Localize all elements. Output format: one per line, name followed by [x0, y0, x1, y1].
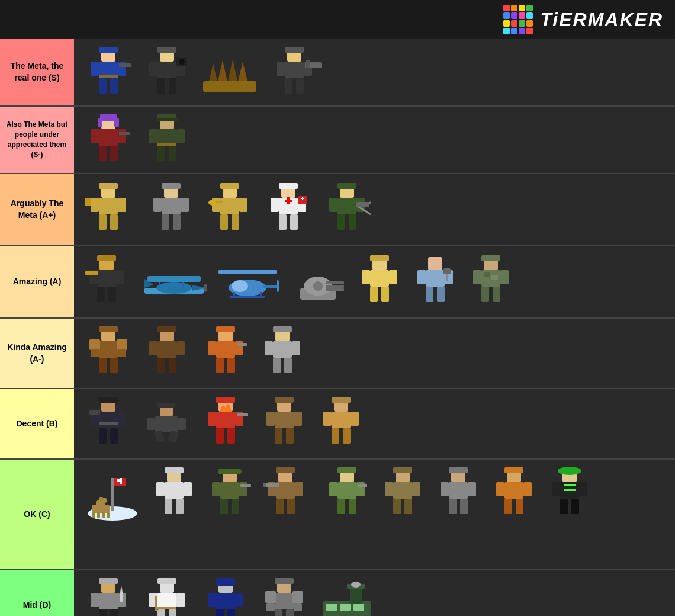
svg-rect-283 — [496, 482, 504, 496]
svg-rect-201 — [216, 412, 235, 428]
tier-label-aplus: Arguably The Meta (A+) — [0, 174, 74, 245]
list-item — [80, 110, 136, 169]
svg-rect-220 — [343, 428, 351, 444]
svg-rect-100 — [97, 270, 116, 287]
svg-rect-270 — [412, 482, 420, 496]
svg-rect-323 — [275, 593, 294, 609]
svg-rect-114 — [218, 270, 277, 274]
svg-rect-124 — [326, 281, 344, 284]
svg-rect-121 — [260, 292, 262, 298]
svg-rect-240 — [176, 499, 184, 514]
svg-rect-294 — [564, 484, 576, 486]
svg-rect-126 — [326, 288, 344, 291]
svg-rect-75 — [216, 201, 223, 203]
svg-rect-63 — [153, 198, 162, 212]
svg-rect-46 — [149, 129, 158, 143]
svg-rect-310 — [158, 609, 165, 616]
svg-rect-301 — [99, 609, 107, 616]
tier-row-c: OK (C) — [0, 460, 675, 570]
svg-rect-190 — [99, 422, 118, 425]
tier-items-a — [74, 246, 675, 317]
svg-rect-333 — [353, 604, 364, 611]
svg-rect-184 — [99, 397, 118, 403]
svg-rect-315 — [216, 578, 235, 586]
char-svg-a7 — [467, 254, 515, 310]
tier-items-b — [74, 389, 675, 458]
svg-rect-291 — [579, 482, 587, 496]
tier-label-s: The Meta, the real one (S) — [0, 39, 74, 105]
svg-rect-191 — [89, 410, 100, 415]
svg-rect-213 — [286, 428, 294, 444]
svg-rect-311 — [169, 609, 176, 616]
svg-rect-162 — [158, 326, 176, 332]
svg-rect-193 — [158, 403, 175, 408]
svg-rect-217 — [323, 412, 332, 426]
svg-rect-242 — [218, 469, 242, 474]
svg-rect-178 — [273, 341, 292, 358]
svg-rect-111 — [204, 284, 207, 292]
svg-rect-320 — [227, 609, 235, 616]
svg-rect-64 — [181, 198, 189, 212]
char-svg-s2 — [143, 46, 191, 99]
svg-rect-269 — [385, 482, 393, 496]
svg-rect-254 — [276, 499, 284, 514]
tier-items-aplus — [74, 174, 675, 245]
char-svg-s1 — [85, 46, 132, 99]
svg-rect-189 — [110, 428, 118, 444]
svg-rect-264 — [349, 499, 356, 514]
svg-rect-303 — [120, 591, 123, 602]
svg-rect-322 — [275, 578, 294, 584]
tier-label-d: Mid (D) — [0, 570, 74, 616]
svg-rect-52 — [99, 183, 118, 189]
svg-rect-257 — [263, 483, 266, 487]
char-svg-ap1 — [85, 182, 135, 238]
svg-rect-309 — [176, 593, 185, 607]
svg-rect-231 — [97, 512, 100, 518]
svg-rect-206 — [237, 413, 248, 416]
svg-rect-135 — [428, 257, 442, 270]
svg-rect-238 — [184, 482, 192, 496]
header: TiERMAKER — [0, 0, 675, 39]
svg-rect-105 — [85, 271, 98, 275]
svg-rect-216 — [332, 412, 351, 428]
svg-rect-8 — [99, 75, 118, 78]
list-item — [212, 251, 283, 313]
tier-row-sminus: Also The Meta but people under appreciat… — [0, 107, 675, 174]
list-item — [432, 463, 485, 525]
svg-rect-204 — [216, 428, 224, 444]
char-svg-d2 — [143, 577, 191, 616]
list-item — [80, 574, 136, 616]
char-svg-a1 — [83, 254, 133, 310]
svg-rect-277 — [468, 482, 476, 496]
svg-rect-17 — [179, 59, 185, 65]
svg-rect-218 — [351, 412, 359, 426]
svg-point-288 — [558, 467, 581, 475]
svg-rect-290 — [552, 482, 560, 496]
svg-rect-11 — [158, 62, 176, 78]
logo-text: TiERMAKER — [540, 9, 663, 31]
char-svg-c6 — [379, 466, 426, 522]
svg-rect-1 — [99, 47, 118, 53]
char-svg-s4 — [269, 46, 323, 99]
list-item — [285, 251, 351, 313]
tier-label-sminus: Also The Meta but people under appreciat… — [0, 107, 74, 173]
svg-rect-312 — [155, 596, 158, 611]
svg-rect-72 — [220, 214, 228, 230]
svg-rect-222 — [111, 478, 114, 511]
svg-rect-125 — [326, 285, 344, 288]
svg-rect-62 — [162, 198, 181, 214]
svg-rect-230 — [92, 512, 95, 518]
svg-rect-318 — [235, 593, 243, 607]
svg-rect-31 — [306, 60, 310, 68]
svg-rect-26 — [277, 62, 285, 76]
svg-rect-198 — [168, 430, 179, 443]
svg-rect-170 — [216, 341, 235, 358]
char-svg-s3 — [200, 49, 259, 96]
svg-rect-91 — [329, 198, 338, 212]
tier-items-d — [74, 570, 675, 616]
svg-rect-5 — [99, 78, 107, 94]
svg-rect-90 — [338, 198, 356, 214]
svg-rect-331 — [326, 604, 337, 611]
svg-rect-244 — [212, 482, 220, 496]
svg-rect-253 — [295, 482, 303, 496]
